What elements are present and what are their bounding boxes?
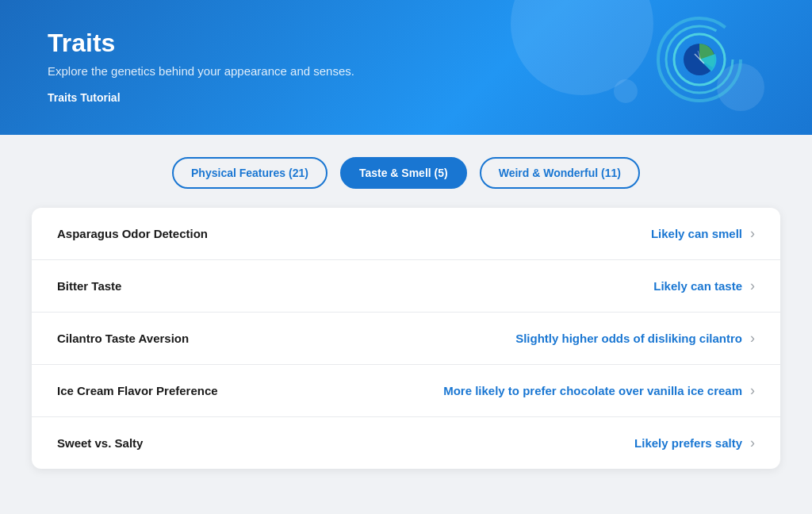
chevron-icon-bitter: ›: [750, 278, 755, 294]
trait-name-asparagus: Asparagus Odor Detection: [57, 227, 208, 240]
trait-name-bitter: Bitter Taste: [57, 279, 121, 293]
trait-name-sweet-salty: Sweet vs. Salty: [57, 436, 143, 450]
trait-result-sweet-salty: Likely prefers salty: [634, 436, 742, 450]
header-decoration-icon: [645, 16, 749, 119]
trait-result-icecream: More likely to prefer chocolate over van…: [443, 384, 742, 397]
trait-result-area-icecream: More likely to prefer chocolate over van…: [443, 382, 755, 399]
chevron-icon-icecream: ›: [750, 382, 755, 399]
trait-name-icecream: Ice Cream Flavor Preference: [57, 384, 218, 397]
tab-weird-wonderful[interactable]: Weird & Wonderful (11): [480, 157, 640, 189]
trait-row-asparagus[interactable]: Asparagus Odor Detection Likely can smel…: [32, 208, 780, 260]
tab-physical-features[interactable]: Physical Features (21): [172, 157, 327, 189]
chevron-icon-cilantro: ›: [750, 330, 755, 347]
trait-result-area-sweet-salty: Likely prefers salty ›: [634, 435, 755, 451]
trait-name-cilantro: Cilantro Taste Aversion: [57, 332, 189, 345]
tabs-bar: Physical Features (21) Taste & Smell (5)…: [0, 135, 812, 208]
trait-row-icecream[interactable]: Ice Cream Flavor Preference More likely …: [32, 365, 780, 417]
trait-result-area-cilantro: Slightly higher odds of disliking cilant…: [515, 330, 755, 347]
chevron-icon-asparagus: ›: [750, 225, 755, 242]
tab-taste-smell[interactable]: Taste & Smell (5): [340, 157, 467, 189]
chevron-icon-sweet-salty: ›: [750, 435, 755, 451]
trait-result-area-bitter: Likely can taste ›: [653, 278, 755, 294]
trait-result-bitter: Likely can taste: [653, 279, 742, 293]
trait-row-sweet-salty[interactable]: Sweet vs. Salty Likely prefers salty ›: [32, 417, 780, 469]
trait-result-asparagus: Likely can smell: [651, 227, 742, 240]
tutorial-link[interactable]: Traits Tutorial: [48, 91, 121, 104]
trait-row-bitter[interactable]: Bitter Taste Likely can taste ›: [32, 260, 780, 313]
traits-card: Asparagus Odor Detection Likely can smel…: [32, 208, 780, 469]
trait-row-cilantro[interactable]: Cilantro Taste Aversion Slightly higher …: [32, 313, 780, 365]
trait-result-cilantro: Slightly higher odds of disliking cilant…: [515, 332, 742, 345]
trait-result-area-asparagus: Likely can smell ›: [651, 225, 755, 242]
page-header: Traits Explore the genetics behind your …: [0, 0, 812, 135]
